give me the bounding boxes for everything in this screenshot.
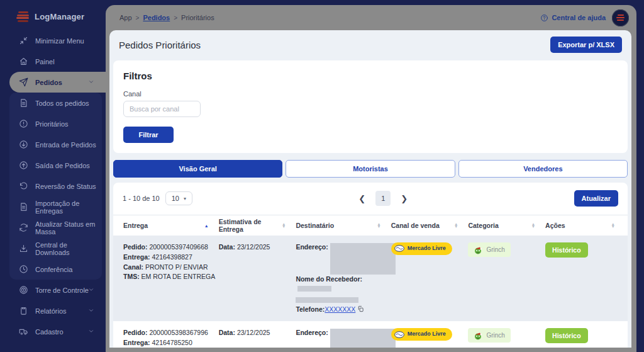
breadcrumb-prioritarios: Prioritários <box>181 14 214 21</box>
sidebar-item-pedidos[interactable]: Pedidos <box>9 72 106 93</box>
entrega-cell: Pedido: 2000005397409668 Entrega: 421643… <box>113 242 219 314</box>
data-value: 23/12/2025 <box>237 243 270 251</box>
sidebar-item-label: Prioritários <box>35 120 69 128</box>
pedido-value: 2000005398367996 <box>149 329 208 336</box>
pagination-bar: 1 - 10 de 10 10 ▾ ❮ 1 ❯ Atualizar <box>113 183 628 215</box>
sort-icon[interactable]: ▲▼ <box>611 223 614 227</box>
categoria-chip: Grinch <box>468 328 510 343</box>
redacted-name <box>297 286 331 292</box>
filtrar-button[interactable]: Filtrar <box>123 127 174 143</box>
sidebar-item-reversao-de-status[interactable]: Reversão de Status <box>9 176 102 196</box>
current-page-button[interactable]: 1 <box>375 191 391 206</box>
sidebar-item-torre-de-controle[interactable]: Torre de Controle <box>0 280 106 300</box>
sort-icon[interactable]: ▲▼ <box>531 223 535 227</box>
sidebar-item-relatorios[interactable]: Relatórios <box>0 300 106 321</box>
canal-label: Canal: <box>123 263 143 271</box>
sort-icon[interactable]: ▲▼ <box>282 223 286 227</box>
arrow-up-circle-icon <box>19 161 28 170</box>
next-page-button[interactable]: ❯ <box>401 194 408 203</box>
tab-vendedores[interactable]: Vendedores <box>458 160 628 178</box>
truck-icon <box>19 327 28 336</box>
entrega-cell: Pedido: 2000005398367996 Entrega: 421647… <box>113 328 219 348</box>
page-header: Pedidos Prioritários Exportar p/ XLSX <box>109 30 631 59</box>
redacted-address <box>330 329 396 348</box>
categoria-label: Grinch <box>486 331 504 340</box>
user-avatar[interactable] <box>612 9 629 26</box>
sidebar-item-conferencia[interactable]: Conferência <box>9 259 102 280</box>
sidebar-item-painel[interactable]: Painel <box>0 51 106 72</box>
column-header-entrega[interactable]: Entrega ▲ <box>113 222 219 229</box>
paper-plane-icon <box>19 77 28 87</box>
canal-venda-label: Mercado Livre <box>408 244 446 253</box>
tab-visao-geral[interactable]: Visão Geral <box>113 160 282 178</box>
undo-icon <box>19 181 28 191</box>
mercado-livre-badge[interactable]: Mercado Livre <box>391 328 452 341</box>
prev-page-button[interactable]: ❮ <box>358 194 365 203</box>
sidebar-item-todos-os-pedidos[interactable]: Todos os pedidos <box>9 93 102 113</box>
sidebar-item-label: Importação de Entregas <box>35 200 102 215</box>
tms-value: EM ROTA DE ENTREGA <box>142 273 216 280</box>
data-value: 23/12/2025 <box>237 329 270 336</box>
content-panel: Pedidos Prioritários Exportar p/ XLSX Fi… <box>109 30 631 348</box>
brand-name: LogManager <box>35 12 84 21</box>
redacted-name-line <box>296 297 358 303</box>
column-header-estimativa[interactable]: Estimativa de Entrega ▲▼ <box>219 218 296 233</box>
breadcrumb-pedidos[interactable]: Pedidos <box>143 14 170 21</box>
canal-value: PRONTO P/ ENVIAR <box>145 263 208 271</box>
pagination-range: 1 - 10 de 10 <box>123 195 160 202</box>
sidebar-item-label: Torre de Controle <box>35 287 89 294</box>
atualizar-button[interactable]: Atualizar <box>574 190 618 207</box>
sidebar-item-prioritarios[interactable]: Prioritários <box>9 113 102 134</box>
copy-icon[interactable] <box>357 305 364 313</box>
destinatario-cell: Endereço: Nome do Recebedor: Telefone:XX… <box>296 242 391 314</box>
sort-icon[interactable]: ▲▼ <box>454 223 458 227</box>
sidebar-item-importacao-de-entregas[interactable]: Importação de Entregas <box>9 196 102 217</box>
breadcrumb-app[interactable]: App <box>119 14 132 21</box>
telefone-label: Telefone: <box>296 305 325 313</box>
column-header-destinatario[interactable]: Destinatário ▲▼ <box>296 222 391 229</box>
clock-icon <box>19 264 28 274</box>
topbar: App > Pedidos > Prioritários Central de … <box>106 5 636 30</box>
pedidos-submenu: Todos os pedidos Prioritários Entrada de… <box>9 93 102 280</box>
sort-icon[interactable]: ▲▼ <box>377 223 380 227</box>
column-header-acoes[interactable]: Ações ▲▼ <box>545 222 625 229</box>
sidebar-item-label: Central de Downloads <box>35 241 102 256</box>
sort-asc-icon[interactable]: ▲ <box>204 224 209 228</box>
historico-button[interactable]: Histórico <box>545 242 588 258</box>
page-size-select[interactable]: 10 ▾ <box>165 191 192 205</box>
help-center-label: Central de ajuda <box>552 14 606 21</box>
sidebar-item-cadastro[interactable]: Cadastro <box>0 321 106 342</box>
tms-label: TMS: <box>123 273 140 280</box>
canal-search-input[interactable] <box>123 101 201 117</box>
export-xlsx-button[interactable]: Exportar p/ XLSX <box>550 37 622 53</box>
historico-button[interactable]: Histórico <box>545 328 588 343</box>
mercado-livre-badge[interactable]: Mercado Livre <box>391 242 452 255</box>
estimativa-cell: Data: 23/12/2025 <box>219 328 296 348</box>
sidebar-item-entrada-de-pedidos[interactable]: Entrada de Pedidos <box>9 134 102 155</box>
grinch-icon <box>474 331 482 340</box>
help-center-link[interactable]: Central de ajuda <box>540 14 606 22</box>
estimativa-cell: Data: 23/12/2025 <box>219 242 296 314</box>
chevron-down-icon <box>88 307 94 315</box>
entrega-label: Entrega: <box>123 253 150 261</box>
tab-motoristas[interactable]: Motoristas <box>286 160 455 178</box>
sidebar-item-atualizar-status-em-massa[interactable]: Atualizar Status em Massa <box>9 217 102 238</box>
column-label: Canal de venda <box>391 222 440 229</box>
column-header-canal-venda[interactable]: Canal de venda ▲▼ <box>391 222 469 229</box>
sidebar-item-central-de-downloads[interactable]: Central de Downloads <box>9 238 102 259</box>
question-circle-icon <box>540 14 548 22</box>
column-label: Ações <box>545 222 565 229</box>
sidebar-item-minimizar-menu[interactable]: Minimizar Menu <box>0 30 106 51</box>
entrega-value: 42164785250 <box>152 339 192 346</box>
arrow-down-circle-icon <box>19 140 28 149</box>
sidebar-item-label: Reversão de Status <box>35 183 96 190</box>
column-header-categoria[interactable]: Categoria ▲▼ <box>468 222 545 229</box>
sidebar-item-saida-de-pedidos[interactable]: Saída de Pedidos <box>9 155 102 176</box>
target-icon <box>19 285 28 295</box>
endereco-label: Endereço: <box>296 328 328 348</box>
table-row: Pedido: 2000005398367996 Entrega: 421647… <box>113 321 628 348</box>
clipboard-icon <box>19 306 28 315</box>
telefone-link[interactable]: XXXXXXX <box>325 305 355 313</box>
chevron-down-icon: ▾ <box>184 196 186 202</box>
column-label: Entrega <box>123 222 148 229</box>
